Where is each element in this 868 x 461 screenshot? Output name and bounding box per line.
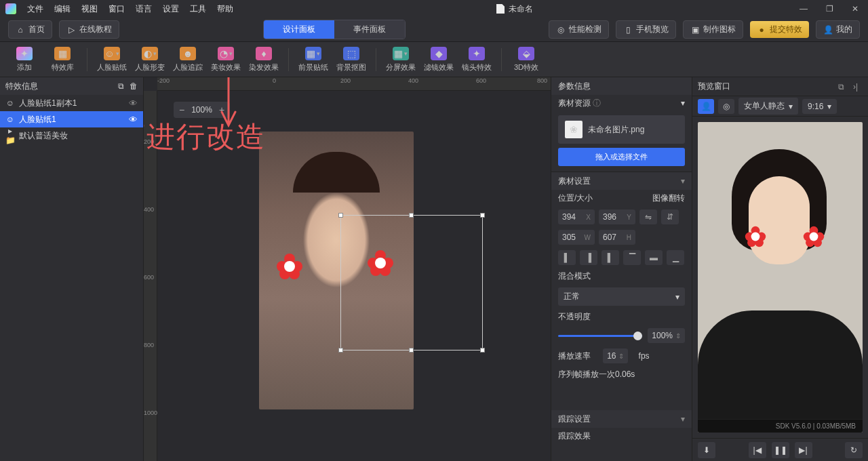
submit-button[interactable]: ●提交特效: [750, 21, 809, 38]
y-suffix: Y: [627, 214, 631, 221]
flip-h-button[interactable]: ⇋: [639, 209, 657, 224]
layer-name: 默认普适美妆: [19, 130, 68, 142]
tool-face-sticker[interactable]: ☺▾人脸贴纸: [94, 45, 130, 74]
import-file-button[interactable]: 拖入或选择文件: [558, 148, 685, 166]
hair-label: 染发效果: [249, 62, 279, 73]
fps-value: 16: [607, 351, 616, 361]
align-left[interactable]: ▌: [558, 250, 576, 265]
resize-handle[interactable]: [338, 348, 343, 353]
collapse-icon[interactable]: ›|: [853, 82, 863, 92]
menu-tools[interactable]: 工具: [190, 3, 206, 15]
y-field[interactable]: 396Y: [599, 209, 635, 224]
stepper-icon[interactable]: ⇕: [675, 332, 681, 340]
tool-background[interactable]: ⬚背景抠图: [334, 45, 369, 74]
preview-mode-2[interactable]: ◎: [718, 99, 734, 114]
window-close[interactable]: ✕: [848, 4, 863, 14]
resize-handle[interactable]: [480, 348, 485, 353]
resize-handle[interactable]: [338, 213, 343, 218]
window-minimize[interactable]: ―: [796, 4, 811, 14]
tool-foreground[interactable]: ▦▾前景贴纸: [296, 45, 331, 74]
separator: [501, 48, 502, 71]
layer-item-selected[interactable]: ☺人脸贴纸1👁: [0, 111, 143, 127]
perf-button[interactable]: ◎性能检测: [549, 20, 609, 39]
resize-handle[interactable]: [480, 213, 485, 218]
menu-file[interactable]: 文件: [27, 3, 43, 15]
loop-button[interactable]: ↻: [845, 442, 863, 458]
tool-add[interactable]: ✦添加: [7, 45, 42, 74]
make-icon-button[interactable]: ▣制作图标: [683, 20, 743, 39]
resize-handle[interactable]: [409, 348, 414, 353]
tab-design[interactable]: 设计面板: [264, 20, 334, 39]
tool-beauty[interactable]: ◔▾美妆效果: [208, 45, 243, 74]
menu-edit[interactable]: 编辑: [54, 3, 71, 15]
track-settings-header[interactable]: 跟踪设置▾: [551, 410, 692, 428]
menu-view[interactable]: 视图: [81, 3, 98, 15]
menu-language[interactable]: 语言: [136, 3, 152, 15]
zoom-in[interactable]: +: [219, 104, 224, 115]
menu-settings[interactable]: 设置: [163, 3, 179, 15]
preview-mode-1[interactable]: 👤: [698, 99, 714, 114]
speed-label: 播放速率: [558, 350, 591, 362]
layer-item[interactable]: ☺人脸贴纸1副本1👁: [0, 95, 143, 111]
home-button[interactable]: ⌂首页: [8, 20, 52, 39]
tool-fxlib[interactable]: ▦特效库: [45, 45, 80, 74]
visibility-icon[interactable]: 👁: [129, 115, 138, 125]
popout-icon[interactable]: ⧉: [838, 82, 848, 92]
tool-hair[interactable]: ♦染发效果: [246, 45, 281, 74]
tab-event[interactable]: 事件面板: [334, 20, 405, 39]
preview-body: [698, 310, 863, 433]
align-center-v[interactable]: ▬: [645, 250, 663, 265]
h-field[interactable]: 607H: [599, 230, 635, 245]
fps-field[interactable]: 16⇕: [603, 348, 628, 363]
flip-v-button[interactable]: ⇵: [661, 209, 679, 224]
tool-filter[interactable]: ◆滤镜效果: [421, 45, 456, 74]
align-right[interactable]: ▌: [601, 250, 619, 265]
ruler-tick: 1000: [144, 409, 157, 416]
resize-handle[interactable]: [409, 213, 414, 218]
preview-status: SDK V5.6.0 | 0.03MB/5MB: [698, 419, 863, 433]
record-button[interactable]: ⬇: [698, 442, 715, 458]
preview-ratio-select[interactable]: 9:16▾: [802, 99, 837, 114]
tutorial-button[interactable]: ▷在线教程: [59, 20, 119, 39]
x-field[interactable]: 394X: [558, 209, 595, 224]
settings-section-header[interactable]: 素材设置▾: [551, 172, 692, 190]
user-icon: 👤: [823, 25, 833, 35]
canvas[interactable]: -200 0 200 400 600 800 200 400 600 800 1…: [144, 77, 551, 461]
layer-item[interactable]: ▸ 📁默认普适美妆: [0, 127, 143, 144]
pause-button[interactable]: ❚❚: [772, 442, 789, 458]
asset-section-header[interactable]: 素材资源 ⓘ▾: [551, 95, 692, 111]
opacity-slider[interactable]: 100%⇕: [558, 328, 685, 343]
tool-lens[interactable]: ✦镜头特效: [459, 45, 494, 74]
window-maximize[interactable]: ❐: [822, 4, 837, 14]
fx3d-icon: ⬙: [518, 47, 534, 60]
visibility-icon[interactable]: 👁: [129, 98, 138, 108]
selection-box[interactable]: [340, 215, 483, 350]
delete-icon[interactable]: 🗑: [130, 81, 138, 91]
copy-icon[interactable]: ⧉: [118, 81, 124, 91]
tool-face-deform[interactable]: ◐▾人脸形变: [132, 45, 167, 74]
blend-mode-select[interactable]: 正常▾: [558, 287, 685, 306]
preview-viewport: SDK V5.6.0 | 0.03MB/5MB: [698, 122, 863, 433]
slider-thumb[interactable]: [633, 332, 642, 340]
asset-item[interactable]: ❀未命名图片.png: [558, 115, 685, 144]
align-center-h[interactable]: ▐: [580, 250, 597, 265]
stepper-icon[interactable]: ⇕: [618, 353, 624, 360]
panel-title: 参数信息: [558, 81, 591, 92]
tool-face-track[interactable]: ☻人脸追踪: [170, 45, 205, 74]
y-value: 396: [603, 212, 616, 222]
prev-button[interactable]: |◀: [749, 442, 766, 458]
align-bottom[interactable]: ▁: [667, 250, 684, 265]
flower-sticker-left[interactable]: [277, 254, 302, 279]
mine-button[interactable]: 👤我的: [816, 20, 860, 39]
w-field[interactable]: 305W: [558, 230, 595, 245]
mobile-preview-button[interactable]: ▯手机预览: [616, 20, 676, 39]
align-top[interactable]: ▔: [623, 250, 641, 265]
next-button[interactable]: ▶|: [795, 442, 812, 458]
menu-window[interactable]: 窗口: [108, 3, 125, 15]
zoom-out[interactable]: −: [179, 104, 184, 115]
menu-help[interactable]: 帮助: [217, 3, 233, 15]
separator: [87, 48, 87, 71]
tool-3d[interactable]: ⬙3D特效: [509, 45, 544, 74]
preview-mode-select[interactable]: 女单人静态▾: [738, 98, 798, 115]
tool-split[interactable]: ▦▾分屏效果: [383, 45, 418, 74]
